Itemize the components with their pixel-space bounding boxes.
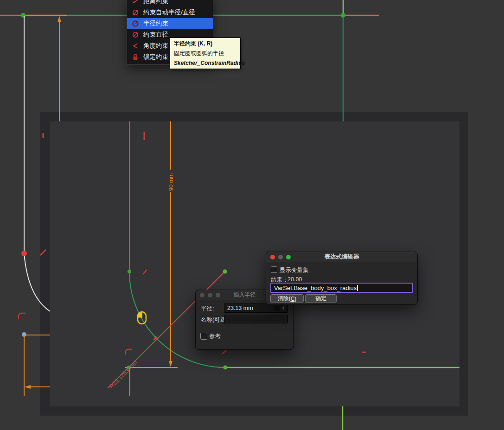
radius-dimension-arrow [153,336,158,341]
text-cursor [357,285,358,291]
dimension-arrow-left [25,385,31,389]
constraint-mark-icon[interactable] [222,350,227,354]
radius-constraint-tooltip: 半径约束 (K, R) 固定圆或圆弧的半径 Sketcher_Constrain… [170,38,241,69]
reference-checkbox[interactable] [200,333,207,340]
constraint-mark-icon[interactable] [143,270,147,274]
minimize-icon[interactable] [208,293,212,297]
dimension-arrow-down [169,361,172,367]
diameter-constraint-icon [132,31,139,38]
tooltip-description: 固定圆或圆弧的半径 [174,51,237,56]
sketch-arc-white[interactable] [24,253,50,311]
name-input[interactable] [224,315,288,323]
lock-constraint-icon [132,53,139,61]
arc-center-vertex[interactable] [223,270,227,274]
clear-button-mnemonic: C [291,296,295,302]
arc-end-vertex[interactable] [223,366,228,370]
constraint-arc-icon[interactable] [126,349,132,354]
radius-dimension-label[interactable]: R23.1253 mm [108,360,138,390]
dialog-title: 插入半径 [234,291,256,299]
expression-value: VarSet.Base_body_box_radius [274,285,357,291]
radius-label: 半径: [201,305,214,313]
radius-value-input[interactable]: 23.13 mm ▲▼ [224,304,288,313]
tooltip-title: 半径约束 (K, R) [174,41,237,46]
dialog-title: 表达式编辑器 [325,253,359,261]
close-icon[interactable] [200,293,204,297]
minimize-icon[interactable] [278,255,283,259]
zoom-icon[interactable] [216,293,220,297]
expression-editor-titlebar[interactable]: 表达式编辑器 [266,252,417,262]
mouse-left-click-icon [138,312,146,324]
dimension-arrow-up [57,16,61,22]
expression-editor-dialog: 表达式编辑器 显示变量集 结果： 20.00 VarSet.Base_body_… [266,252,418,305]
menu-item-label: 约束自动半径/直径 [143,8,195,17]
menu-item-label: 角度约束 [143,42,168,50]
tooltip-command: Sketcher_ConstrainRadius [174,60,237,66]
height-dimension-label[interactable]: 90 mm [168,173,174,191]
angle-constraint-icon [132,42,139,50]
distance-constraint-icon [132,0,139,5]
spinner-arrows-icon[interactable]: ▲▼ [282,306,285,310]
zoom-icon[interactable] [286,255,291,259]
clear-button[interactable]: 清除(C) [270,294,304,303]
constraint-arc-icon[interactable] [19,313,26,319]
menu-item-auto-radius-diameter[interactable]: 约束自动半径/直径 [127,7,213,18]
sketch-point-red[interactable] [21,251,27,256]
radius-constraint-icon [132,20,139,27]
radius-value: 23.13 mm [227,305,274,311]
menu-item-distance-constraint[interactable]: 距离约束 [127,0,213,7]
expression-icon[interactable] [274,305,280,311]
ok-button[interactable]: 确定 [305,294,337,303]
constraint-mark-icon[interactable] [40,250,46,255]
result-value: 20.00 [287,276,302,283]
corner-vertex[interactable] [127,366,130,369]
ok-button-label: 确定 [315,295,326,303]
show-varset-checkbox[interactable] [271,266,277,273]
reference-label: 参考 [209,333,221,341]
close-icon[interactable] [270,255,275,259]
menu-item-label: 约束直径 [143,31,168,39]
arc-start-vertex[interactable] [128,270,131,273]
sketch-vertex[interactable] [341,13,345,18]
expression-input[interactable]: VarSet.Base_body_box_radius [270,283,413,293]
menu-item-radius-constraint[interactable]: 半径约束 [127,18,213,29]
sketch-vertex[interactable] [21,13,26,18]
menu-item-label: 锁定约束 [143,53,168,61]
auto-radius-diameter-constraint-icon [132,9,139,16]
clear-button-label-end: ) [294,296,296,302]
menu-item-label: 半径约束 [143,19,168,28]
menu-item-label: 距离约束 [143,0,168,6]
app-viewport: 90 mm R23.1253 mm 距离约束 [0,0,504,430]
clear-button-label: 清除( [278,295,291,303]
show-varset-label: 显示变量集 [280,266,309,274]
